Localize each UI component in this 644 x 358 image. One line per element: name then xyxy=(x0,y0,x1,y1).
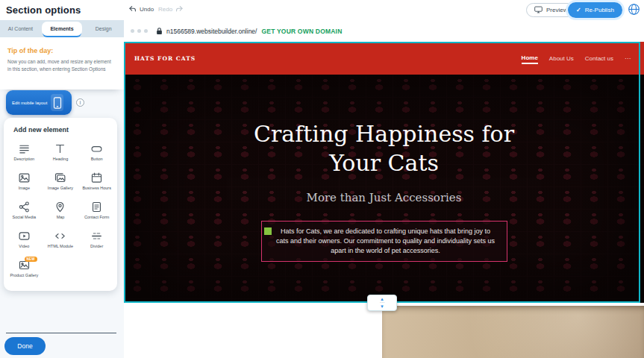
section-options-sidebar: AI ContentElementsDesign Tip of the day:… xyxy=(0,20,124,358)
element-button[interactable]: Button xyxy=(78,139,115,167)
map-icon xyxy=(54,201,66,213)
redo-label: Redo xyxy=(158,6,172,13)
element-label: HTML Module xyxy=(48,244,73,249)
image-icon xyxy=(18,172,31,184)
sidebar-tabs: AI ContentElementsDesign xyxy=(0,20,124,37)
browser-dot xyxy=(131,29,134,33)
business-hours-icon xyxy=(90,172,103,184)
element-business-hours[interactable]: Business Hours xyxy=(78,168,115,196)
phone-icon xyxy=(51,94,63,111)
sidebar-divider xyxy=(6,333,116,333)
element-label: Description xyxy=(14,157,35,162)
video-icon xyxy=(18,230,31,242)
element-social-media[interactable]: Social Media xyxy=(6,197,43,225)
site-url: n1566589.websitebuilder.online/ xyxy=(166,28,257,35)
page-title: Section options xyxy=(6,4,81,16)
republish-button[interactable]: ✓ Re-Publish xyxy=(568,2,622,18)
done-button[interactable]: Done xyxy=(4,337,46,355)
tip-body: Now you can add, move and resize any ele… xyxy=(7,58,113,73)
element-description[interactable]: Description xyxy=(6,139,43,167)
monitor-icon xyxy=(534,6,543,14)
element-label: Image Gallery xyxy=(48,186,73,191)
description-icon xyxy=(18,142,31,155)
element-image[interactable]: Image xyxy=(6,168,43,196)
website-builder-app: Section options Undo Redo Preview ✓ Re-P… xyxy=(0,0,644,358)
hero-section[interactable]: Crafting Happiness for Your Cats More th… xyxy=(124,75,644,303)
info-icon[interactable]: i xyxy=(76,98,84,107)
edit-mobile-label: Edit mobile layout xyxy=(12,101,47,105)
globe-icon[interactable] xyxy=(628,3,640,16)
add-panel-title: Add new element xyxy=(13,126,115,134)
arrow-down-icon: ▼ xyxy=(380,304,384,309)
divider-icon xyxy=(90,230,103,242)
nav-more[interactable]: ⋯ xyxy=(625,53,631,63)
element-video[interactable]: Video xyxy=(6,226,43,254)
element-image-gallery[interactable]: Image Gallery xyxy=(43,168,79,196)
heading-icon xyxy=(54,142,66,155)
nav-about-us[interactable]: About Us xyxy=(549,53,574,63)
tab-design[interactable]: Design xyxy=(83,20,124,37)
hero-text-box[interactable]: Hats for Cats, we are dedicated to craft… xyxy=(261,221,507,262)
republish-label: Re-Publish xyxy=(585,7,614,13)
element-html-module[interactable]: HTML Module xyxy=(43,226,79,254)
lock-icon xyxy=(156,27,163,35)
element-label: Divider xyxy=(90,244,103,249)
hero-body-text: Hats for Cats, we are dedicated to craft… xyxy=(276,227,495,254)
element-product-gallery[interactable]: NEWProduct Gallery xyxy=(6,255,43,283)
element-label: Button xyxy=(91,157,103,162)
site-nav: HomeAbout UsContact us⋯ xyxy=(522,52,631,64)
element-label: Heading xyxy=(53,157,69,162)
nav-contact-us[interactable]: Contact us xyxy=(585,53,613,63)
element-label: Map xyxy=(57,215,65,220)
undo-label: Undo xyxy=(140,6,154,13)
hero-heading: Crafting Happiness for Your Cats xyxy=(248,119,520,178)
redo-button[interactable]: Redo xyxy=(158,5,184,13)
element-map[interactable]: Map xyxy=(43,197,79,225)
tip-of-the-day-card: Tip of the day: Now you can add, move an… xyxy=(0,37,124,90)
get-own-domain-link[interactable]: GET YOUR OWN DOMAIN xyxy=(261,28,342,35)
hero-subheading: More than Just Accessories xyxy=(307,191,462,204)
social-media-icon xyxy=(18,201,31,213)
element-label: Contact Form xyxy=(84,215,109,220)
element-drag-handle[interactable] xyxy=(264,227,272,235)
browser-dot xyxy=(137,29,141,33)
contact-form-icon xyxy=(90,201,103,213)
tab-elements[interactable]: Elements xyxy=(42,22,83,36)
browser-bar: n1566589.websitebuilder.online/ GET YOUR… xyxy=(124,20,644,42)
element-grid: DescriptionHeadingButtonImageImage Galle… xyxy=(6,139,115,283)
element-label: Video xyxy=(19,244,29,249)
element-divider[interactable]: Divider xyxy=(78,226,115,254)
preview-canvas: n1566589.websitebuilder.online/ GET YOUR… xyxy=(124,20,644,358)
preview-label: Preview xyxy=(546,7,567,13)
element-heading[interactable]: Heading xyxy=(43,139,79,167)
sand-image xyxy=(382,306,644,358)
undo-icon xyxy=(128,5,137,13)
site-logo[interactable]: HATS FOR CATS xyxy=(134,55,196,62)
nav-home[interactable]: Home xyxy=(522,52,538,64)
edit-mobile-layout-button[interactable]: Edit mobile layout xyxy=(6,90,72,115)
section-resize-handle[interactable]: ▲ ⋯ ▼ xyxy=(367,295,397,311)
tip-title: Tip of the day: xyxy=(7,47,116,54)
element-label: Product Gallery xyxy=(10,273,38,278)
redo-icon xyxy=(175,5,184,13)
check-icon: ✓ xyxy=(576,7,581,13)
element-label: Business Hours xyxy=(82,186,111,191)
site-preview: HATS FOR CATS HomeAbout UsContact us⋯ Cr… xyxy=(124,42,644,303)
topbar: Section options Undo Redo Preview ✓ Re-P… xyxy=(0,0,644,20)
tab-ai-content[interactable]: AI Content xyxy=(0,20,41,37)
browser-dot xyxy=(144,29,148,33)
element-label: Image xyxy=(19,186,30,191)
new-badge: NEW xyxy=(25,257,37,262)
html-module-icon xyxy=(54,230,66,242)
element-label: Social Media xyxy=(13,215,37,220)
image-gallery-icon xyxy=(54,172,66,184)
next-section xyxy=(124,303,644,358)
undo-button[interactable]: Undo xyxy=(128,5,154,13)
add-new-element-panel: Add new element DescriptionHeadingButton… xyxy=(4,118,117,291)
site-header[interactable]: HATS FOR CATS HomeAbout UsContact us⋯ xyxy=(124,42,644,75)
button-icon xyxy=(90,142,103,155)
element-contact-form[interactable]: Contact Form xyxy=(78,197,115,225)
